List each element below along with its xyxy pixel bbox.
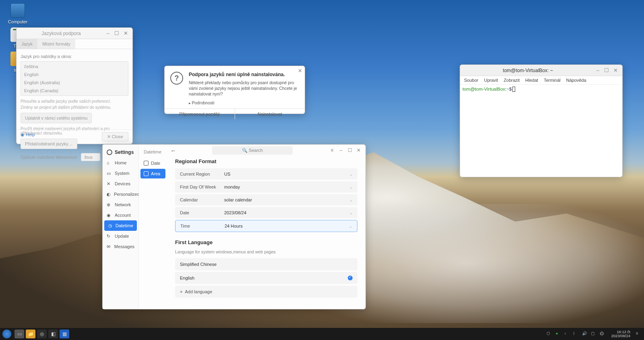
close-button[interactable]: ✕ [611, 66, 620, 75]
menu-terminal[interactable]: Terminál [544, 78, 561, 83]
titlebar[interactable]: tom@tom-VirtualBox: ~ – ☐ ✕ [460, 65, 622, 76]
current-region-row[interactable]: Current RegionUS⌄ [175, 168, 357, 180]
back-button[interactable]: ← [170, 147, 176, 154]
settings-window: Settings ⌂Home ▭System ✕Devices ◐Persona… [102, 144, 366, 309]
terminal-body[interactable]: tom@tom-VirtualBox:~$ [460, 85, 622, 93]
tray-icon[interactable]: ⬡ [547, 331, 552, 337]
search-input[interactable]: 🔍 Search [212, 146, 293, 155]
minimize-button[interactable]: – [103, 29, 112, 38]
apply-systemwide-button[interactable]: Uplatnit v rámci celého systému [21, 113, 92, 123]
chevron-down-icon: ⌄ [349, 172, 353, 176]
terminal-menubar: Soubor Upravit Zobrazit Hledat Terminál … [460, 76, 622, 85]
sidebar-item-datetime[interactable]: ◷Datetime [104, 220, 137, 231]
tab-language[interactable]: Jazyk [17, 39, 37, 49]
menu-help[interactable]: Nápověda [566, 78, 586, 83]
taskbar-clock[interactable]: 16:12 čt 2023/08/24 [611, 330, 630, 338]
keyboard-method-select[interactable]: ibus [81, 153, 100, 161]
language-install-dialog: ✕ ? Podpora jazyků není úplně nainstalov… [164, 66, 305, 114]
taskbar-taskview[interactable]: ▭ [14, 330, 24, 338]
minimize-button[interactable]: – [593, 66, 602, 75]
sidebar-item-account[interactable]: ◉Account [103, 210, 138, 220]
window-title: Jazyková podpora [19, 31, 103, 36]
time-row[interactable]: Time24 Hours⌄ [175, 220, 357, 232]
close-button[interactable]: ✕ [121, 29, 130, 38]
menu-language-label: Jazyk pro nabídky a okna: [21, 54, 128, 59]
menu-search[interactable]: Hledat [525, 78, 538, 83]
subsidebar-item-date[interactable]: Date [140, 158, 165, 168]
calendar-icon [144, 161, 149, 166]
prompt-user: tom@tom-VirtualBox [462, 87, 505, 91]
menu-button[interactable]: ≡ [328, 147, 336, 153]
prompt-path: ~ [506, 87, 509, 91]
check-icon [348, 276, 353, 280]
first-day-row[interactable]: First Day Of Weekmonday⌄ [175, 181, 357, 193]
tray-show-desktop[interactable]: ≡ [636, 331, 642, 337]
start-button[interactable] [2, 330, 11, 338]
tray-notification-icon[interactable]: ▢ [591, 331, 597, 337]
gear-icon [107, 149, 112, 155]
sidebar-item-home[interactable]: ⌂Home [103, 158, 138, 168]
cursor [512, 87, 515, 92]
calendar-row[interactable]: Calendarsolar calendar⌄ [175, 194, 357, 205]
date-row[interactable]: Date2023/08/24⌄ [175, 207, 357, 218]
remind-later-button[interactable]: Připomenout později [165, 109, 235, 119]
sidebar-item-network[interactable]: ⊕Network [103, 199, 138, 210]
details-expander[interactable]: Podrobnosti [165, 99, 305, 107]
chevron-down-icon: ⌄ [349, 185, 353, 189]
menu-edit[interactable]: Upravit [484, 78, 498, 83]
messages-icon: ✉ [107, 244, 111, 249]
help-button[interactable]: ◉ Help [21, 132, 35, 141]
subsidebar-item-area[interactable]: Area [140, 169, 165, 178]
close-button[interactable]: ✕ [355, 147, 362, 153]
area-icon [144, 171, 149, 176]
add-language-button[interactable]: +Add language [175, 286, 357, 298]
language-item[interactable]: čeština [21, 62, 128, 70]
system-icon: ▭ [107, 171, 111, 176]
language-item[interactable]: English [21, 70, 128, 79]
desktop-icon-computer[interactable]: Computer [6, 3, 30, 24]
keyboard-method-label: Způsob rozložení klávesnice: [21, 155, 78, 160]
sidebar-item-personalized[interactable]: ◐Personalized [103, 189, 138, 199]
close-icon[interactable]: ✕ [298, 68, 302, 74]
taskbar-app3[interactable]: ▦ [60, 330, 69, 338]
tray-power-icon[interactable]: ⏻ [600, 331, 605, 337]
subsidebar-header: Datetime [140, 148, 165, 156]
menu-file[interactable]: Soubor [464, 78, 478, 83]
effect-note: Změny se projeví při dalším přihlášení d… [21, 105, 128, 110]
minimize-button[interactable]: – [337, 147, 345, 153]
tab-regional-formats[interactable]: Místní formáty [37, 39, 75, 49]
taskbar-files[interactable]: 📁 [26, 330, 35, 338]
first-language-title: First Language [175, 239, 357, 245]
maximize-button[interactable]: ☐ [112, 29, 121, 38]
dialog-text: Některé překlady nebo pomůcky pro psaní … [189, 80, 299, 97]
language-item[interactable]: English (Australia) [21, 79, 128, 87]
sidebar-item-devices[interactable]: ✕Devices [103, 178, 138, 189]
update-icon: ↻ [107, 234, 111, 238]
titlebar[interactable]: Jazyková podpora – ☐ ✕ [17, 28, 132, 39]
taskbar: ▭ 📁 ◎ ◧ ▦ ⬡ ● › ⟟ 🔊 ▢ ⏻ 16:12 čt 2023/08… [0, 328, 644, 340]
tray-chevron-icon[interactable]: › [564, 331, 570, 337]
language-list[interactable]: čeština English English (Australia) Engl… [21, 61, 128, 96]
taskbar-app1[interactable]: ◎ [37, 330, 47, 338]
tray-volume-icon[interactable]: 🔊 [582, 331, 588, 337]
language-item[interactable]: English (Canada) [21, 87, 128, 95]
install-button[interactable]: Nainstalovat [235, 109, 305, 119]
taskbar-app2[interactable]: ◧ [48, 330, 58, 338]
computer-icon [10, 3, 25, 18]
network-icon: ⊕ [107, 202, 111, 207]
language-option-zh[interactable]: Simplified Chinese [175, 258, 357, 270]
tray-icon[interactable]: ● [555, 331, 561, 337]
tray-network-icon[interactable]: ⟟ [573, 331, 579, 337]
sidebar-item-update[interactable]: ↻Update [103, 231, 138, 241]
maximize-button[interactable]: ☐ [602, 66, 611, 75]
maximize-button[interactable]: ☐ [346, 147, 353, 153]
close-button-footer[interactable]: ✕ Close [102, 132, 128, 141]
chevron-down-icon: ⌄ [349, 198, 353, 202]
menu-view[interactable]: Zobrazit [504, 78, 520, 83]
language-option-en[interactable]: English [175, 272, 357, 284]
chevron-down-icon: ⌄ [349, 211, 353, 215]
sidebar-item-messages[interactable]: ✉Messages [103, 241, 138, 252]
sidebar-item-system[interactable]: ▭System [103, 168, 138, 178]
devices-icon: ✕ [107, 181, 111, 186]
plus-icon: + [180, 289, 182, 294]
